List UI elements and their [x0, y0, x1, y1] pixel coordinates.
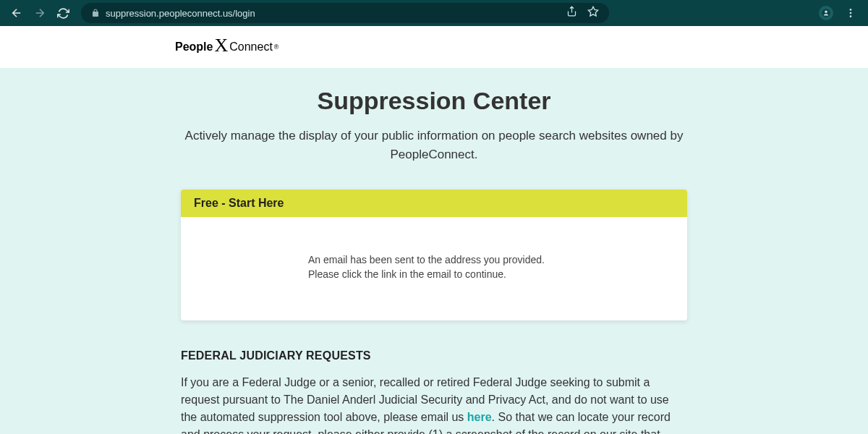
svg-point-5 [850, 15, 852, 17]
lock-icon [91, 9, 100, 17]
profile-icon[interactable] [819, 6, 833, 20]
page-viewport[interactable]: People X Connect ® Suppression Center Ac… [0, 26, 868, 434]
browser-chrome: suppression.peopleconnect.us/login [0, 0, 868, 26]
bookmark-star-icon[interactable] [587, 6, 599, 20]
url-text: suppression.peopleconnect.us/login [106, 8, 561, 19]
start-card: Free - Start Here An email has been sent… [181, 190, 687, 320]
page-subtitle: Actively manage the display of your publ… [181, 127, 687, 163]
svg-point-2 [825, 11, 827, 14]
back-button[interactable] [10, 7, 23, 20]
logo-text-light: Connect [229, 41, 273, 54]
share-icon[interactable] [566, 6, 577, 20]
reload-button[interactable] [56, 7, 69, 20]
svg-marker-0 [588, 7, 597, 16]
federal-section: FEDERAL JUDICIARY REQUESTS If you are a … [181, 349, 687, 434]
logo-x-icon: X [214, 35, 228, 56]
logo-trademark: ® [274, 43, 279, 51]
browser-menu-icon[interactable] [845, 7, 856, 19]
site-header: People X Connect ® [0, 26, 868, 68]
page-body: Suppression Center Actively manage the d… [0, 68, 868, 434]
email-here-link[interactable]: here [467, 411, 492, 423]
svg-point-3 [850, 9, 852, 11]
section-text: If you are a Federal Judge or a senior, … [181, 374, 687, 434]
svg-point-4 [850, 12, 852, 14]
logo[interactable]: People X Connect ® [175, 36, 278, 58]
card-message: An email has been sent to the address yo… [181, 217, 687, 320]
page-title: Suppression Center [181, 87, 687, 115]
card-header: Free - Start Here [181, 190, 687, 217]
forward-button[interactable] [33, 7, 46, 20]
logo-text-bold: People [175, 41, 213, 54]
section-title: FEDERAL JUDICIARY REQUESTS [181, 349, 687, 362]
address-bar[interactable]: suppression.peopleconnect.us/login [81, 3, 609, 23]
